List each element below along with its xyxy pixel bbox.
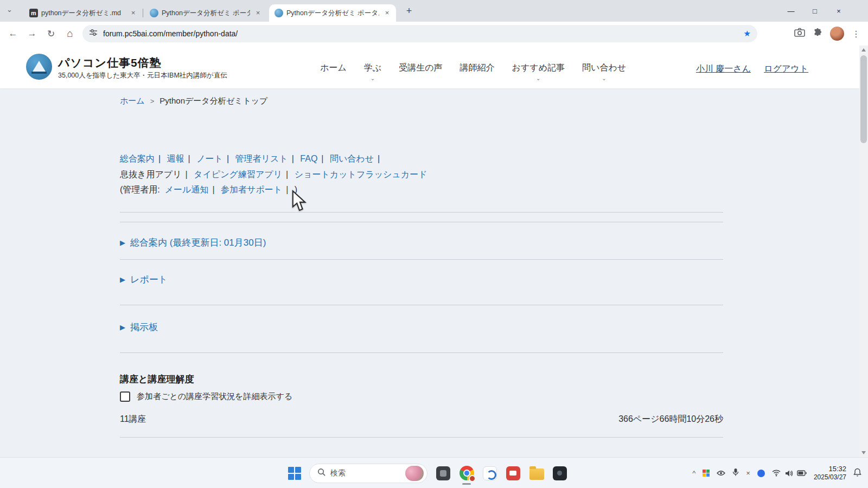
system-tray: ^ × 15:32 2025/03/27 bbox=[692, 458, 861, 488]
triangle-marker-icon: ▶ bbox=[120, 323, 125, 331]
nav-label: ホーム bbox=[320, 62, 347, 74]
quick-links-block: 総合案内| 週報| ノート| 管理者リスト| FAQ| 問い合わせ| 息抜き用ア… bbox=[120, 151, 427, 198]
breadcrumb-current: Pythonデータ分析ゼミトップ bbox=[159, 96, 267, 105]
taskbar-app-explorer[interactable] bbox=[529, 466, 544, 481]
nav-item-learn[interactable]: 学ぶ ⌄ bbox=[364, 62, 381, 81]
detail-display-checkbox[interactable] bbox=[120, 391, 130, 402]
browser-tab-2[interactable]: Pythonデータ分析ゼミ ポータルトッ × bbox=[144, 4, 267, 22]
tray-close-icon[interactable]: × bbox=[746, 469, 750, 477]
quick-links-row-3: (管理者用: メール通知| 参加者サポート| ) bbox=[120, 182, 427, 198]
divider bbox=[120, 222, 723, 222]
window-minimize-button[interactable]: — bbox=[779, 0, 803, 22]
forward-icon[interactable]: → bbox=[24, 26, 40, 41]
scrollbar-thumb[interactable] bbox=[860, 55, 867, 143]
browser-tab-3-active[interactable]: Pythonデータ分析ゼミ ポータルトッ × bbox=[269, 4, 396, 22]
taskbar-app-1[interactable] bbox=[436, 466, 451, 481]
extensions-puzzle-icon[interactable] bbox=[813, 28, 822, 40]
divider bbox=[120, 212, 723, 213]
reload-icon[interactable]: ↻ bbox=[43, 26, 59, 41]
quicklink[interactable]: メール通知 bbox=[165, 185, 209, 194]
row2-prefix-text: 息抜き用アプリ bbox=[120, 170, 182, 179]
notification-bell-icon[interactable] bbox=[853, 468, 861, 479]
tray-microphone-icon[interactable] bbox=[732, 468, 739, 479]
address-bar[interactable]: ★ bbox=[82, 25, 757, 42]
browser-menu-icon[interactable]: ⋮ bbox=[852, 29, 860, 39]
taskbar-app-chrome[interactable] bbox=[459, 466, 474, 481]
breadcrumb-home-link[interactable]: ホーム bbox=[120, 96, 145, 105]
page-scrollbar[interactable] bbox=[859, 46, 868, 457]
nav-item-contact[interactable]: 問い合わせ ⌄ bbox=[582, 62, 626, 81]
taskbar-clock[interactable]: 15:32 2025/03/27 bbox=[814, 465, 846, 481]
browser-tab-strip: ⌄ m pythonデータ分析ゼミ.md × Pythonデータ分析ゼミ ポータ… bbox=[0, 0, 868, 22]
browser-tab-1[interactable]: m pythonデータ分析ゼミ.md × bbox=[24, 4, 142, 22]
tray-overflow-chevron-icon[interactable]: ^ bbox=[692, 469, 695, 477]
battery-icon bbox=[797, 470, 807, 476]
section-toggle-board[interactable]: ▶ 掲示板 bbox=[120, 320, 158, 333]
clock-time: 15:32 bbox=[814, 465, 846, 473]
quicklink[interactable]: FAQ bbox=[300, 154, 317, 163]
camera-icon[interactable] bbox=[794, 28, 805, 40]
checkbox-label[interactable]: 参加者ごとの講座学習状況を詳細表示する bbox=[137, 391, 292, 402]
back-icon[interactable]: ← bbox=[5, 26, 21, 41]
app-icon-blue-ring bbox=[483, 466, 497, 480]
logout-link[interactable]: ログアウト bbox=[764, 63, 808, 75]
nav-item-articles[interactable]: おすすめ記事 ⌄ bbox=[512, 62, 565, 81]
app-icon-dark bbox=[436, 466, 450, 480]
tab-close-icon[interactable]: × bbox=[382, 9, 392, 18]
taskbar-app-3[interactable] bbox=[482, 466, 497, 481]
taskbar-app-4[interactable] bbox=[506, 466, 521, 481]
user-profile-link[interactable]: 小川 慶一さん bbox=[696, 63, 751, 75]
scroll-down-arrow-icon[interactable] bbox=[861, 451, 866, 454]
separator: | bbox=[292, 154, 294, 163]
section-toggle-report[interactable]: ▶ レポート bbox=[120, 273, 168, 286]
tray-eye-icon[interactable] bbox=[717, 468, 725, 478]
home-icon[interactable]: ⌂ bbox=[62, 26, 78, 41]
quicklink[interactable]: 問い合わせ bbox=[330, 154, 374, 163]
volume-icon bbox=[784, 470, 793, 477]
start-button[interactable] bbox=[288, 467, 301, 480]
tab-list-chevron-icon[interactable]: ⌄ bbox=[7, 5, 12, 14]
taskbar-app-6[interactable] bbox=[552, 466, 567, 481]
window-close-button[interactable]: × bbox=[827, 0, 851, 22]
divider bbox=[120, 352, 723, 353]
window-maximize-button[interactable]: □ bbox=[803, 0, 827, 22]
bookmark-star-icon[interactable]: ★ bbox=[744, 29, 751, 38]
tab-close-icon[interactable]: × bbox=[129, 9, 138, 18]
separator: | bbox=[378, 154, 380, 163]
search-highlight-image[interactable] bbox=[405, 466, 424, 481]
separator: | bbox=[227, 154, 229, 163]
quicklink[interactable]: ノート bbox=[196, 154, 223, 163]
quicklink[interactable]: 管理者リスト bbox=[235, 154, 288, 163]
search-placeholder: 検索 bbox=[330, 468, 405, 478]
triangle-marker-icon: ▶ bbox=[120, 239, 125, 247]
app-icon-dark-2 bbox=[553, 466, 567, 480]
profile-avatar[interactable] bbox=[830, 27, 844, 41]
active-app-indicator bbox=[462, 483, 471, 485]
divider bbox=[120, 437, 723, 438]
chevron-down-icon: ⌄ bbox=[602, 75, 606, 81]
site-logo[interactable] bbox=[26, 54, 52, 80]
chrome-profile-badge bbox=[469, 475, 476, 482]
nav-label: おすすめ記事 bbox=[512, 62, 565, 74]
scroll-up-arrow-icon[interactable] bbox=[861, 48, 866, 52]
tray-grid-icon[interactable] bbox=[703, 470, 710, 477]
site-header: パソコン仕事5倍塾 35,000人を指導した東大卒・元日本IBM社内講師が直伝 … bbox=[0, 46, 859, 88]
new-tab-button[interactable]: + bbox=[403, 5, 416, 18]
quicklink[interactable]: 総合案内 bbox=[120, 154, 155, 163]
quicklink[interactable]: 週報 bbox=[167, 154, 184, 163]
quicklink[interactable]: ショートカットフラッシュカード bbox=[295, 170, 427, 179]
nav-item-home[interactable]: ホーム bbox=[320, 62, 347, 74]
nav-item-testimonials[interactable]: 受講生の声 bbox=[399, 62, 442, 74]
quicklink[interactable]: 参加者サポート bbox=[221, 185, 282, 194]
tab-close-icon[interactable]: × bbox=[253, 9, 263, 18]
section-toggle-overview[interactable]: ▶ 総合案内 (最終更新日: 01月30日) bbox=[120, 236, 266, 249]
tray-blue-app-icon[interactable] bbox=[757, 470, 765, 477]
quicklink[interactable]: タイピング練習アプリ bbox=[194, 170, 282, 179]
divider bbox=[120, 305, 723, 305]
nav-item-instructors[interactable]: 講師紹介 bbox=[460, 62, 495, 74]
site-settings-icon[interactable] bbox=[89, 28, 98, 39]
network-volume-battery-cluster[interactable] bbox=[772, 470, 807, 477]
url-input[interactable] bbox=[103, 29, 739, 38]
section-label: レポート bbox=[130, 273, 168, 286]
taskbar-search-box[interactable]: 検索 bbox=[309, 464, 427, 483]
